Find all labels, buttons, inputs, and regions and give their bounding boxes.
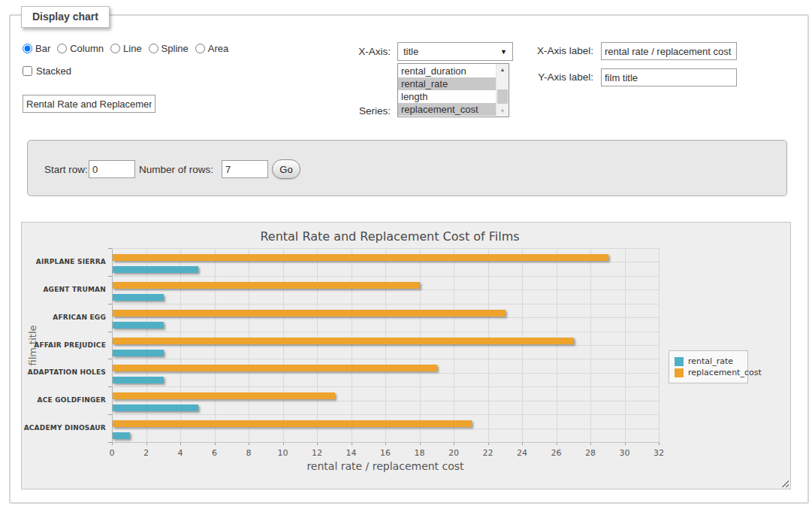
x-tick-label: 16 [373,448,398,458]
stacked-label: Stacked [36,65,71,77]
row-range-panel: Start row: Number of rows: Go [27,140,787,196]
x-axis-selected-value: title [403,46,418,57]
x-axis-label-label: X-Axis label: [491,45,593,56]
x-tick-label: 14 [339,448,364,458]
bar-rental_rate-4[interactable] [113,377,164,383]
x-tick-label: 22 [475,448,501,458]
gridline-horizontal [112,429,659,429]
radio-label-spline: Spline [161,43,189,54]
radio-label-column: Column [70,43,104,54]
category-label: ACE GOLDFINGER [22,396,106,404]
gridline-horizontal [112,276,659,277]
y-tick-mark [108,386,112,387]
chart-type-radio-group: BarColumnLineSplineArea [23,43,235,54]
gridline-horizontal [112,359,659,359]
series-option-rental_rate[interactable]: rental_rate [398,77,496,90]
bar-replacement_cost-5[interactable] [113,392,335,399]
gridline-horizontal [112,386,659,387]
radio-spline[interactable] [149,44,158,53]
bar-rental_rate-1[interactable] [113,294,164,301]
gridline-horizontal [112,304,659,304]
bar-rental_rate-3[interactable] [113,350,164,356]
scroll-down-icon[interactable]: ▼ [497,105,509,117]
series-option-length[interactable]: length [398,90,496,103]
x-tick-label: 28 [578,448,603,458]
radio-area[interactable] [195,44,205,53]
resize-handle-icon[interactable] [780,479,789,487]
gridline-horizontal [112,248,659,249]
bar-rental_rate-0[interactable] [113,266,198,273]
x-tick-label: 4 [168,448,193,458]
gridline-horizontal [112,414,659,415]
bar-rental_rate-6[interactable] [113,432,130,439]
num-rows-input[interactable] [222,160,268,178]
chart-type-option-bar: Bar [23,43,50,54]
y-tick-mark [108,442,112,443]
radio-column[interactable] [57,44,67,53]
x-tick-label: 26 [544,448,569,458]
chart-type-option-spline: Spline [149,43,189,54]
start-row-label: Start row: [44,164,88,175]
radio-label-line: Line [123,43,142,54]
scrollbar-thumb[interactable] [497,89,508,104]
y-tick-mark [108,332,112,332]
legend-label-rental_rate: rental_rate [688,356,733,366]
bar-rental_rate-2[interactable] [113,322,164,329]
y-tick-mark [108,304,112,304]
y-axis-label-input[interactable] [601,68,737,86]
gridline-horizontal [112,373,659,374]
radio-bar[interactable] [23,44,32,53]
category-label: AGENT TRUMAN [22,286,106,293]
legend-item-rental_rate[interactable]: rental_rate [675,356,742,366]
chart-title-input[interactable] [23,95,155,113]
legend-label-replacement_cost: replacement_cost [688,368,762,377]
chart-legend: rental_ratereplacement_cost [669,350,748,383]
x-tick-mark [659,442,660,445]
stacked-checkbox[interactable] [23,66,32,76]
x-tick-label: 32 [646,448,672,458]
start-row-input[interactable] [89,160,135,178]
bar-replacement_cost-6[interactable] [113,420,472,427]
x-tick-label: 10 [270,448,296,458]
stacked-row: Stacked [23,65,71,77]
bar-replacement_cost-0[interactable] [113,254,608,261]
gridline-vertical [659,248,660,442]
num-rows-label: Number of rows: [139,164,213,175]
bar-replacement_cost-4[interactable] [113,365,437,371]
gridline-horizontal [112,332,659,332]
bar-replacement_cost-1[interactable] [113,282,420,289]
x-tick-label: 18 [407,448,433,458]
series-option-replacement_cost[interactable]: replacement_cost [398,103,496,116]
radio-line[interactable] [110,44,120,53]
legend-swatch-replacement_cost [675,368,684,377]
series-option-rental_duration[interactable]: rental_duration [398,65,496,77]
y-tick-mark [108,276,112,277]
radio-label-area: Area [208,43,228,54]
go-button[interactable]: Go [272,159,300,179]
x-axis-label-input[interactable] [601,42,737,60]
category-label: AIRPLANE SIERRA [22,258,106,265]
legend-swatch-rental_rate [675,357,684,366]
bar-replacement_cost-2[interactable] [113,310,506,317]
y-tick-mark [108,414,112,415]
category-label: AFFAIR PREJUDICE [22,341,106,349]
gridline-horizontal [112,442,659,443]
chart-title: Rental Rate and Replacement Cost of Film… [22,229,758,244]
x-tick-label: 6 [202,448,228,458]
bar-rental_rate-5[interactable] [113,404,198,411]
category-label: ACADEMY DINOSAUR [22,424,106,432]
gridline-horizontal [112,317,659,318]
chart-type-option-line: Line [110,43,142,54]
gridline-horizontal [112,262,659,262]
category-label: ADAPTATION HOLES [22,368,106,376]
category-label: AFRICAN EGG [22,314,106,321]
bar-replacement_cost-3[interactable] [113,338,574,344]
gridline-horizontal [112,345,659,346]
display-chart-panel: Display chart BarColumnLineSplineArea St… [9,14,809,504]
x-tick-label: 8 [236,448,261,458]
gridline-horizontal [112,289,659,290]
series-options: rental_durationrental_ratelengthreplacem… [398,65,496,116]
legend-item-replacement_cost[interactable]: replacement_cost [675,368,742,377]
radio-label-bar: Bar [35,43,50,54]
x-tick-label: 20 [441,448,466,458]
